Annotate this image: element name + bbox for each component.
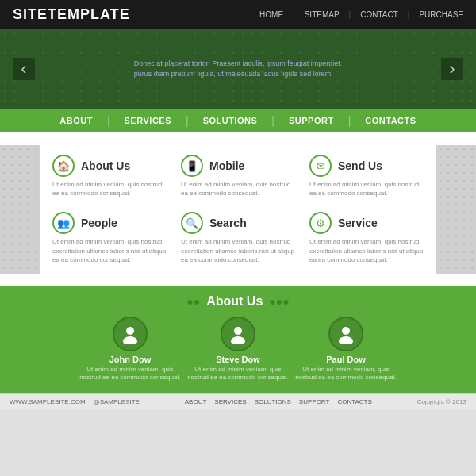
nav-services[interactable]: SERVICES <box>110 109 186 132</box>
feature-text-1: Ut enim ad minim veniam, quis nostrud ea… <box>181 180 295 198</box>
nav-contact[interactable]: CONTACT <box>360 10 398 19</box>
person-icon <box>120 324 140 344</box>
site-title: SITETEMPLATE <box>13 6 130 23</box>
hero-text: Donec at placerat tortor. Praesent iacul… <box>134 52 343 85</box>
feature-item-5: ⚙ Service Ut enim ad minim veniam, quis … <box>306 209 427 267</box>
nav-sep-3: | <box>408 10 410 19</box>
feature-title-0: About Us <box>81 159 130 172</box>
team-grid: John Dow Ut enim ad minim veniam, quis n… <box>71 317 405 382</box>
feature-item-4: 🔍 Search Ut enim ad minim veniam, quis n… <box>178 209 298 267</box>
feature-item-2: ✉ Send Us Ut enim ad minim veniam, quis … <box>306 152 427 201</box>
feature-item-1: 📱 Mobile Ut enim ad minim veniam, quis n… <box>178 152 298 201</box>
feature-icon-0: 🏠 <box>52 155 75 177</box>
team-avatar-0 <box>113 317 148 351</box>
nav-solutions[interactable]: SOLUTIONS <box>189 109 272 132</box>
person-icon <box>228 324 248 344</box>
features-grid-container: 🏠 About Us Ut enim ad minim veniam, quis… <box>40 145 436 274</box>
footer-nav-services[interactable]: SERVICES <box>214 398 246 405</box>
footer-copyright: Copyright © 2013 <box>417 398 466 405</box>
svg-point-4 <box>342 327 350 335</box>
hero-subtitle-2: purus diam pretium ligula, ut malesuada … <box>134 69 343 79</box>
feature-header-1: 📱 Mobile <box>181 155 295 177</box>
side-panel-left <box>0 145 40 274</box>
feature-header-0: 🏠 About Us <box>52 155 167 177</box>
footer: WWW.SAMPLESITE.COM @SAMPLESITE ABOUTSERV… <box>0 393 476 409</box>
footer-nav-about[interactable]: ABOUT <box>185 398 207 405</box>
hero-subtitle-1: Donec at placerat tortor. Praesent iacul… <box>134 59 343 69</box>
header: SITETEMPLATE HOME | SITEMAP | CONTACT | … <box>0 0 476 29</box>
feature-item-3: 👥 People Ut enim ad minim veniam, quis n… <box>49 209 170 267</box>
nav-purchase[interactable]: PURCHASE <box>419 10 463 19</box>
about-title: About Us <box>206 294 263 309</box>
side-panel-right <box>436 145 476 274</box>
team-member-1: Steve Dow Ut enim ad minim veniam, quis … <box>187 317 289 382</box>
about-dots-right: ●●● <box>269 295 289 308</box>
person-icon <box>336 324 356 344</box>
nav-home[interactable]: HOME <box>259 10 283 19</box>
feature-icon-2: ✉ <box>309 155 332 177</box>
prev-arrow[interactable]: ‹ <box>13 58 35 80</box>
feature-title-2: Send Us <box>338 159 382 172</box>
feature-header-5: ⚙ Service <box>309 212 424 234</box>
svg-point-5 <box>339 336 353 344</box>
footer-nav-support[interactable]: SUPPORT <box>299 398 330 405</box>
footer-social: @SAMPLESITE <box>94 398 140 405</box>
hero-section: ‹ Donec at placerat tortor. Praesent iac… <box>0 29 476 109</box>
footer-left: WWW.SAMPLESITE.COM @SAMPLESITE <box>10 398 140 405</box>
footer-site: WWW.SAMPLESITE.COM <box>10 398 86 405</box>
nav-support[interactable]: SUPPORT <box>274 109 348 132</box>
nav-sep-1: | <box>293 10 295 19</box>
feature-header-3: 👥 People <box>52 212 167 234</box>
feature-text-5: Ut enim ad minim veniam, quis nostrud ex… <box>309 237 424 264</box>
footer-nav-contacts[interactable]: CONTACTS <box>337 398 371 405</box>
main-section: 🏠 About Us Ut enim ad minim veniam, quis… <box>0 132 476 286</box>
about-header: ●● About Us ●●● <box>0 294 476 309</box>
team-text-0: Ut enim ad minim veniam, quis nostrud ea… <box>79 366 181 382</box>
feature-text-3: Ut enim ad minim veniam, quis nostrud ex… <box>52 237 167 264</box>
feature-item-0: 🏠 About Us Ut enim ad minim veniam, quis… <box>49 152 170 201</box>
team-text-1: Ut enim ad minim veniam, quis nostrud ea… <box>187 366 289 382</box>
features-grid: 🏠 About Us Ut enim ad minim veniam, quis… <box>49 152 427 267</box>
svg-point-2 <box>234 327 242 335</box>
nav-sep-2: | <box>349 10 351 19</box>
feature-icon-5: ⚙ <box>309 212 332 234</box>
svg-point-0 <box>126 327 134 335</box>
svg-point-3 <box>231 336 245 344</box>
feature-text-2: Ut enim ad minim veniam, quis nostrud ea… <box>309 180 424 198</box>
footer-nav-solutions[interactable]: SOLUTIONS <box>255 398 291 405</box>
team-text-2: Ut enim ad minim veniam, quis nostrud ea… <box>295 366 397 382</box>
team-name-2: Paul Dow <box>295 355 397 364</box>
nav-contacts[interactable]: CONTACTS <box>351 109 430 132</box>
feature-title-4: Search <box>209 217 247 229</box>
next-arrow[interactable]: › <box>441 58 463 80</box>
team-member-0: John Dow Ut enim ad minim veniam, quis n… <box>79 317 181 382</box>
team-name-0: John Dow <box>79 355 181 364</box>
feature-icon-4: 🔍 <box>181 212 203 234</box>
feature-header-4: 🔍 Search <box>181 212 295 234</box>
feature-text-4: Ut enim ad minim veniam, quis nostrud ex… <box>181 237 295 264</box>
footer-nav: ABOUTSERVICESSOLUTIONSSUPPORTCONTACTS <box>185 398 372 405</box>
feature-icon-3: 👥 <box>52 212 75 234</box>
team-name-1: Steve Dow <box>187 355 289 364</box>
nav-about[interactable]: ABOUT <box>45 109 107 132</box>
feature-header-2: ✉ Send Us <box>309 155 424 177</box>
team-avatar-1 <box>221 317 255 351</box>
about-section: ●● About Us ●●● John Dow Ut enim ad mini… <box>0 286 476 393</box>
about-dots-left: ●● <box>186 295 200 308</box>
team-member-2: Paul Dow Ut enim ad minim veniam, quis n… <box>295 317 397 382</box>
feature-text-0: Ut enim ad minim veniam, quis nostrud ea… <box>52 180 167 198</box>
team-avatar-2 <box>328 317 363 351</box>
main-nav: ABOUT | SERVICES | SOLUTIONS | SUPPORT |… <box>0 109 476 132</box>
feature-title-1: Mobile <box>209 159 244 172</box>
svg-point-1 <box>123 336 137 344</box>
nav-sitemap[interactable]: SITEMAP <box>305 10 340 19</box>
top-nav: HOME | SITEMAP | CONTACT | PURCHASE <box>259 10 463 19</box>
feature-title-5: Service <box>338 217 378 229</box>
feature-title-3: People <box>81 217 117 229</box>
feature-icon-1: 📱 <box>181 155 203 177</box>
